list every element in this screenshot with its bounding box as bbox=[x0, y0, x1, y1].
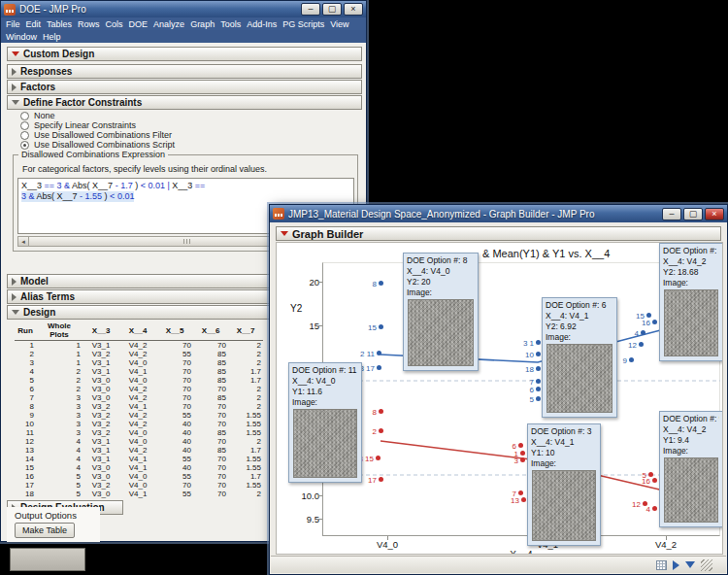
data-point-red[interactable] bbox=[376, 456, 381, 460]
data-point-blue[interactable] bbox=[377, 351, 381, 355]
design-table-row[interactable]: 73V3_0V4_270852 bbox=[15, 393, 263, 402]
data-point-red[interactable] bbox=[520, 457, 525, 462]
radio-button[interactable] bbox=[20, 141, 29, 150]
data-point-blue[interactable] bbox=[377, 365, 381, 370]
make-table-button[interactable]: Make Table bbox=[15, 523, 75, 538]
data-point-blue[interactable] bbox=[641, 330, 645, 335]
data-point-blue[interactable] bbox=[536, 366, 541, 371]
data-point-blue[interactable] bbox=[639, 342, 644, 347]
data-table-icon[interactable] bbox=[656, 560, 667, 570]
outline-responses[interactable]: Responses bbox=[7, 64, 362, 79]
design-table-row[interactable]: 165V3_0V4_055701.7 bbox=[15, 472, 263, 481]
data-point-blue[interactable] bbox=[379, 324, 383, 329]
data-point-red[interactable] bbox=[520, 451, 525, 456]
outline-graph-builder[interactable]: Graph Builder bbox=[276, 226, 721, 241]
outline-factors[interactable]: Factors bbox=[7, 80, 362, 94]
data-point-blue[interactable] bbox=[652, 320, 657, 324]
point-label: 13 bbox=[511, 495, 519, 504]
close-button[interactable]: × bbox=[705, 208, 724, 220]
disclosure-icon[interactable] bbox=[12, 68, 17, 76]
design-table-row[interactable]: 154V3_0V4_140701.55 bbox=[15, 463, 263, 472]
menu-help[interactable]: Help bbox=[40, 32, 64, 42]
data-point-red[interactable] bbox=[518, 443, 523, 448]
data-point-blue[interactable] bbox=[379, 281, 383, 286]
minimize-button[interactable]: – bbox=[662, 208, 681, 220]
data-point-red[interactable] bbox=[379, 409, 383, 414]
disclosure-icon[interactable] bbox=[12, 100, 19, 105]
disclosure-icon[interactable] bbox=[12, 84, 17, 91]
design-table-row[interactable]: 93V3_2V4_255701.55 bbox=[15, 411, 263, 420]
menu-view[interactable]: View bbox=[327, 19, 351, 29]
data-point-red[interactable] bbox=[652, 478, 657, 483]
design-table-row[interactable]: 113V3_2V4_040851.55 bbox=[15, 428, 263, 437]
constraint-option-specify-linear-constraints[interactable]: Specify Linear Constraints bbox=[20, 120, 136, 130]
resize-grip[interactable] bbox=[701, 559, 712, 571]
menu-tables[interactable]: Tables bbox=[44, 19, 75, 29]
data-point-blue[interactable] bbox=[536, 379, 541, 384]
design-table-row[interactable]: 11V3_1V4_270702 bbox=[15, 341, 263, 351]
gb-titlebar[interactable]: JMP13_Material Design Space_Anonymized -… bbox=[270, 205, 727, 222]
maximize-button[interactable]: ▢ bbox=[683, 208, 703, 220]
constraint-option-use-disallowed-combinations-filter[interactable]: Use Disallowed Combinations Filter bbox=[20, 130, 172, 140]
menu-analyze[interactable]: Analyze bbox=[150, 19, 187, 29]
data-point-blue[interactable] bbox=[536, 352, 541, 356]
dropdown-arrow-icon[interactable] bbox=[685, 561, 695, 568]
design-table-row[interactable]: 103V3_2V4_240701.55 bbox=[15, 420, 263, 428]
y-axis-label[interactable]: Y bbox=[294, 460, 301, 471]
design-table-row[interactable]: 62V3_0V4_270702 bbox=[15, 385, 263, 393]
data-point-blue[interactable] bbox=[536, 387, 541, 391]
x-axis-label[interactable]: X__4 bbox=[322, 550, 720, 555]
data-point-red[interactable] bbox=[652, 506, 657, 511]
close-button[interactable]: × bbox=[344, 3, 363, 16]
y-tick-9-5: 9.5 bbox=[292, 514, 319, 524]
design-table-row[interactable]: 134V3_1V4_240851.7 bbox=[15, 446, 263, 455]
design-cell: 17 bbox=[15, 481, 36, 490]
menu-graph[interactable]: Graph bbox=[187, 19, 217, 29]
data-point-blue[interactable] bbox=[629, 357, 634, 362]
design-table-row[interactable]: 52V3_0V4_070851.7 bbox=[15, 376, 263, 385]
design-table-row[interactable]: 42V3_1V4_170851.7 bbox=[15, 367, 263, 376]
menu-pg-scripts[interactable]: PG Scripts bbox=[280, 19, 327, 29]
menu-doe[interactable]: DOE bbox=[126, 19, 151, 29]
menu-window[interactable]: Window bbox=[3, 32, 40, 42]
menu-file[interactable]: File bbox=[3, 19, 23, 29]
disclosure-icon[interactable] bbox=[12, 293, 17, 301]
graph-canvas[interactable]: & Mean(Y1) & Y1 vs. X__4 8152 1113 173 1… bbox=[276, 242, 723, 555]
design-cell: 2 bbox=[228, 341, 263, 351]
maximize-button[interactable]: ▢ bbox=[322, 3, 342, 16]
data-point-red[interactable] bbox=[521, 497, 526, 502]
doe-titlebar[interactable]: DOE - JMP Pro – ▢ × bbox=[1, 1, 366, 17]
design-table-row[interactable]: 31V3_1V4_070852 bbox=[15, 358, 263, 367]
run-arrow-icon[interactable] bbox=[673, 560, 679, 570]
data-point-red[interactable] bbox=[379, 428, 383, 433]
y2-axis-label[interactable]: Y2 bbox=[290, 303, 302, 314]
constraint-option-none[interactable]: None bbox=[20, 111, 55, 120]
data-point-red[interactable] bbox=[379, 477, 383, 482]
constraint-option-use-disallowed-combinations-script[interactable]: Use Disallowed Combinations Script bbox=[20, 140, 175, 150]
outline-custom-design[interactable]: Custom Design bbox=[7, 47, 362, 61]
menu-edit[interactable]: Edit bbox=[23, 19, 45, 29]
radio-button[interactable] bbox=[20, 121, 29, 130]
menu-rows[interactable]: Rows bbox=[75, 19, 103, 29]
menu-cols[interactable]: Cols bbox=[103, 19, 126, 29]
design-table-row[interactable]: 83V3_2V4_170702 bbox=[15, 402, 263, 411]
minimize-button[interactable]: – bbox=[301, 3, 320, 16]
disclosure-icon[interactable] bbox=[12, 278, 17, 286]
data-point-blue[interactable] bbox=[536, 340, 541, 345]
design-table-row[interactable]: 124V3_1V4_040702 bbox=[15, 437, 263, 446]
scroll-left-arrow[interactable]: ◂ bbox=[18, 237, 29, 246]
design-table-row[interactable]: 185V3_0V4_155702 bbox=[15, 490, 263, 498]
menu-add-ins[interactable]: Add-Ins bbox=[244, 19, 280, 29]
menu-tools[interactable]: Tools bbox=[217, 19, 244, 29]
outline-define-factor-constraints[interactable]: Define Factor Constraints bbox=[7, 95, 362, 110]
red-triangle-icon[interactable] bbox=[12, 51, 19, 56]
red-triangle-icon[interactable] bbox=[281, 231, 288, 236]
radio-button[interactable] bbox=[20, 112, 29, 120]
design-table-row[interactable]: 144V3_1V4_155701.55 bbox=[15, 455, 263, 463]
design-table-row[interactable]: 175V3_2V4_070701.55 bbox=[15, 481, 263, 490]
design-table-row[interactable]: 21V3_2V4_255852 bbox=[15, 350, 263, 358]
design-cell: 2 bbox=[36, 367, 83, 376]
data-point-blue[interactable] bbox=[536, 396, 541, 401]
radio-button[interactable] bbox=[20, 131, 29, 140]
disclosure-icon[interactable] bbox=[12, 310, 19, 315]
